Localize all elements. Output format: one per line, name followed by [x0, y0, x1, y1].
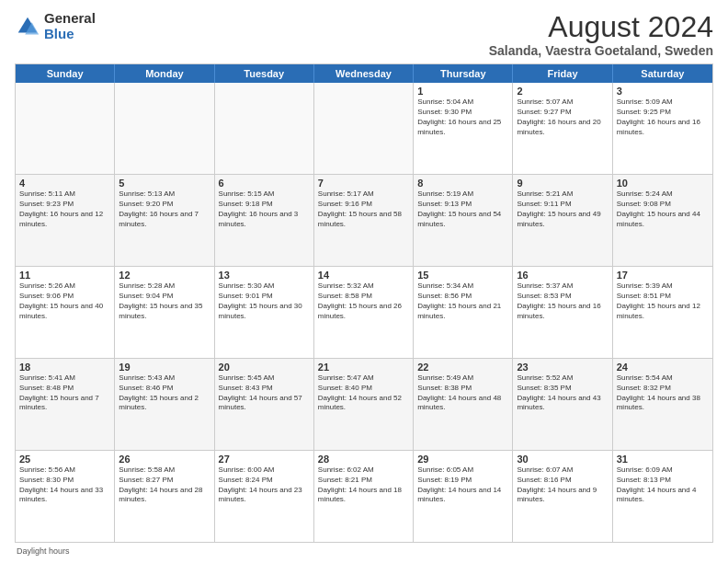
cell-info: Sunrise: 5:19 AM Sunset: 9:13 PM Dayligh… — [417, 190, 508, 229]
subtitle: Salanda, Vaestra Goetaland, Sweden — [489, 43, 713, 58]
day-number: 13 — [219, 270, 310, 281]
logo-blue: Blue — [44, 27, 96, 42]
cell-info: Sunrise: 6:07 AM Sunset: 8:16 PM Dayligh… — [517, 465, 608, 505]
day-number: 3 — [617, 86, 709, 97]
footer-text: Daylight hours — [17, 546, 70, 556]
day-number: 1 — [417, 86, 508, 97]
day-number: 10 — [617, 178, 709, 189]
cell-info: Sunrise: 6:02 AM Sunset: 8:21 PM Dayligh… — [318, 465, 409, 505]
cal-cell-day-7: 7Sunrise: 5:17 AM Sunset: 9:16 PM Daylig… — [314, 175, 414, 266]
day-number: 21 — [318, 362, 409, 373]
logo-text: General Blue — [44, 11, 96, 41]
cal-cell-day-21: 21Sunrise: 5:47 AM Sunset: 8:40 PM Dayli… — [314, 359, 414, 450]
cell-info: Sunrise: 5:28 AM Sunset: 9:04 PM Dayligh… — [119, 282, 210, 321]
cal-header-day-sunday: Sunday — [16, 64, 115, 83]
main-title: August 2024 — [489, 11, 713, 43]
day-number: 16 — [517, 270, 608, 281]
cal-cell-empty — [16, 83, 115, 174]
cal-header-day-monday: Monday — [115, 64, 214, 83]
cal-cell-day-29: 29Sunrise: 6:05 AM Sunset: 8:19 PM Dayli… — [414, 451, 513, 542]
cell-info: Sunrise: 5:32 AM Sunset: 8:58 PM Dayligh… — [318, 282, 409, 321]
cal-cell-day-1: 1Sunrise: 5:04 AM Sunset: 9:30 PM Daylig… — [414, 83, 513, 174]
cell-info: Sunrise: 5:43 AM Sunset: 8:46 PM Dayligh… — [119, 373, 210, 413]
cal-cell-day-13: 13Sunrise: 5:30 AM Sunset: 9:01 PM Dayli… — [215, 267, 314, 358]
cal-cell-day-12: 12Sunrise: 5:28 AM Sunset: 9:04 PM Dayli… — [115, 267, 214, 358]
day-number: 28 — [318, 454, 409, 465]
cell-info: Sunrise: 5:30 AM Sunset: 9:01 PM Dayligh… — [219, 282, 310, 321]
cal-week-2: 4Sunrise: 5:11 AM Sunset: 9:23 PM Daylig… — [16, 175, 712, 267]
cal-cell-day-22: 22Sunrise: 5:49 AM Sunset: 8:38 PM Dayli… — [414, 359, 513, 450]
cal-cell-day-2: 2Sunrise: 5:07 AM Sunset: 9:27 PM Daylig… — [513, 83, 612, 174]
day-number: 2 — [517, 86, 608, 97]
cell-info: Sunrise: 5:58 AM Sunset: 8:27 PM Dayligh… — [119, 465, 210, 505]
day-number: 30 — [517, 454, 608, 465]
cell-info: Sunrise: 5:09 AM Sunset: 9:25 PM Dayligh… — [617, 98, 709, 137]
day-number: 8 — [417, 178, 508, 189]
day-number: 18 — [19, 362, 110, 373]
cal-cell-day-17: 17Sunrise: 5:39 AM Sunset: 8:51 PM Dayli… — [613, 267, 712, 358]
cal-cell-day-3: 3Sunrise: 5:09 AM Sunset: 9:25 PM Daylig… — [613, 83, 712, 174]
cell-info: Sunrise: 5:17 AM Sunset: 9:16 PM Dayligh… — [318, 190, 409, 229]
cal-cell-day-18: 18Sunrise: 5:41 AM Sunset: 8:48 PM Dayli… — [16, 359, 115, 450]
cal-week-4: 18Sunrise: 5:41 AM Sunset: 8:48 PM Dayli… — [16, 359, 712, 451]
cal-cell-day-15: 15Sunrise: 5:34 AM Sunset: 8:56 PM Dayli… — [414, 267, 513, 358]
cal-cell-day-16: 16Sunrise: 5:37 AM Sunset: 8:53 PM Dayli… — [513, 267, 612, 358]
cell-info: Sunrise: 5:13 AM Sunset: 9:20 PM Dayligh… — [119, 190, 210, 229]
cell-info: Sunrise: 5:56 AM Sunset: 8:30 PM Dayligh… — [19, 465, 110, 505]
day-number: 31 — [617, 454, 709, 465]
cell-info: Sunrise: 5:07 AM Sunset: 9:27 PM Dayligh… — [517, 98, 608, 137]
day-number: 14 — [318, 270, 409, 281]
cal-cell-day-30: 30Sunrise: 6:07 AM Sunset: 8:16 PM Dayli… — [513, 451, 612, 542]
cal-cell-day-8: 8Sunrise: 5:19 AM Sunset: 9:13 PM Daylig… — [414, 175, 513, 266]
day-number: 4 — [19, 178, 110, 189]
day-number: 6 — [219, 178, 310, 189]
day-number: 20 — [219, 362, 310, 373]
cal-week-3: 11Sunrise: 5:26 AM Sunset: 9:06 PM Dayli… — [16, 267, 712, 359]
logo: General Blue — [15, 11, 96, 41]
cell-info: Sunrise: 5:21 AM Sunset: 9:11 PM Dayligh… — [517, 190, 608, 229]
title-block: August 2024 Salanda, Vaestra Goetaland, … — [489, 11, 713, 58]
cell-info: Sunrise: 5:24 AM Sunset: 9:08 PM Dayligh… — [617, 190, 709, 229]
calendar-header: SundayMondayTuesdayWednesdayThursdayFrid… — [16, 64, 712, 83]
cell-info: Sunrise: 6:09 AM Sunset: 8:13 PM Dayligh… — [617, 465, 709, 505]
cal-cell-day-6: 6Sunrise: 5:15 AM Sunset: 9:18 PM Daylig… — [215, 175, 314, 266]
cal-cell-day-4: 4Sunrise: 5:11 AM Sunset: 9:23 PM Daylig… — [16, 175, 115, 266]
day-number: 19 — [119, 362, 210, 373]
cal-cell-day-5: 5Sunrise: 5:13 AM Sunset: 9:20 PM Daylig… — [115, 175, 214, 266]
cal-cell-day-14: 14Sunrise: 5:32 AM Sunset: 8:58 PM Dayli… — [314, 267, 414, 358]
cal-cell-day-31: 31Sunrise: 6:09 AM Sunset: 8:13 PM Dayli… — [613, 451, 712, 542]
cal-cell-day-24: 24Sunrise: 5:54 AM Sunset: 8:32 PM Dayli… — [613, 359, 712, 450]
cal-header-day-wednesday: Wednesday — [314, 64, 414, 83]
cell-info: Sunrise: 5:54 AM Sunset: 8:32 PM Dayligh… — [617, 373, 709, 413]
day-number: 9 — [517, 178, 608, 189]
logo-general: General — [44, 11, 96, 27]
cal-cell-day-11: 11Sunrise: 5:26 AM Sunset: 9:06 PM Dayli… — [16, 267, 115, 358]
cell-info: Sunrise: 6:05 AM Sunset: 8:19 PM Dayligh… — [417, 465, 508, 505]
cell-info: Sunrise: 5:15 AM Sunset: 9:18 PM Dayligh… — [219, 190, 310, 229]
cal-cell-day-10: 10Sunrise: 5:24 AM Sunset: 9:08 PM Dayli… — [613, 175, 712, 266]
cell-info: Sunrise: 5:47 AM Sunset: 8:40 PM Dayligh… — [318, 373, 409, 413]
day-number: 5 — [119, 178, 210, 189]
cal-cell-day-26: 26Sunrise: 5:58 AM Sunset: 8:27 PM Dayli… — [115, 451, 214, 542]
cell-info: Sunrise: 6:00 AM Sunset: 8:24 PM Dayligh… — [219, 465, 310, 505]
cal-cell-day-9: 9Sunrise: 5:21 AM Sunset: 9:11 PM Daylig… — [513, 175, 612, 266]
day-number: 15 — [417, 270, 508, 281]
logo-icon — [15, 14, 40, 40]
cal-cell-day-23: 23Sunrise: 5:52 AM Sunset: 8:35 PM Dayli… — [513, 359, 612, 450]
day-number: 25 — [19, 454, 110, 465]
cell-info: Sunrise: 5:41 AM Sunset: 8:48 PM Dayligh… — [19, 373, 110, 413]
day-number: 26 — [119, 454, 210, 465]
day-number: 27 — [219, 454, 310, 465]
calendar: SundayMondayTuesdayWednesdayThursdayFrid… — [15, 63, 713, 543]
cal-cell-day-28: 28Sunrise: 6:02 AM Sunset: 8:21 PM Dayli… — [314, 451, 414, 542]
day-number: 7 — [318, 178, 409, 189]
calendar-body: 1Sunrise: 5:04 AM Sunset: 9:30 PM Daylig… — [16, 83, 712, 542]
cell-info: Sunrise: 5:04 AM Sunset: 9:30 PM Dayligh… — [417, 98, 508, 137]
day-number: 11 — [19, 270, 110, 281]
header: General Blue August 2024 Salanda, Vaestr… — [15, 11, 713, 58]
cell-info: Sunrise: 5:26 AM Sunset: 9:06 PM Dayligh… — [19, 282, 110, 321]
cal-cell-empty — [314, 83, 414, 174]
cell-info: Sunrise: 5:39 AM Sunset: 8:51 PM Dayligh… — [617, 282, 709, 321]
cal-header-day-friday: Friday — [513, 64, 612, 83]
day-number: 29 — [417, 454, 508, 465]
